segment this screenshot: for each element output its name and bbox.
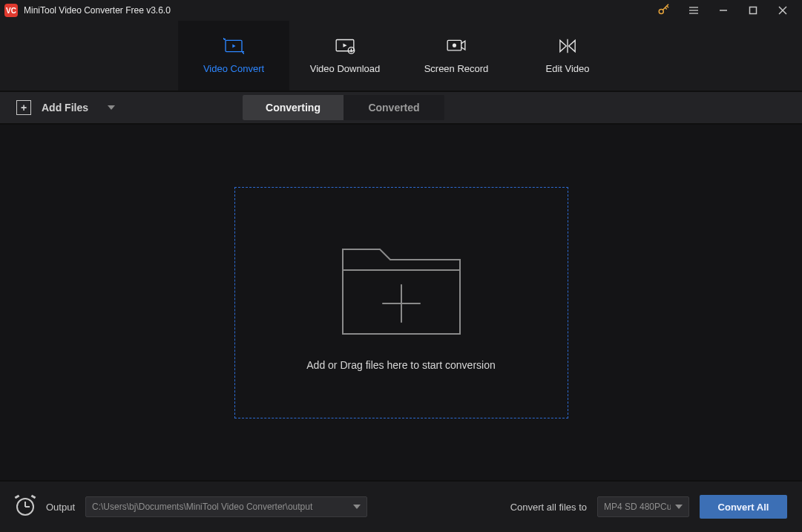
maximize-button[interactable] [738,0,768,21]
svg-marker-11 [343,43,346,47]
folder-add-icon [338,234,464,338]
tab-screen-record[interactable]: Screen Record [401,21,512,91]
menu-icon[interactable] [679,0,709,21]
schedule-icon[interactable] [15,496,36,517]
tab-label: Edit Video [545,63,589,74]
tab-label: Screen Record [424,63,489,74]
toolbar: + Add Files Converting Converted [0,92,802,125]
chevron-down-icon[interactable] [108,105,115,110]
minimize-button[interactable] [709,0,738,21]
format-value: MP4 SD 480PCu [604,502,671,512]
chevron-down-icon [675,505,683,509]
main-nav: Video Convert Video Download Screen Reco… [0,21,802,92]
convert-all-to-label: Convert all files to [510,502,587,513]
status-segment: Converting Converted [243,95,444,120]
convert-all-button[interactable]: Convert All [700,495,787,519]
seg-converting[interactable]: Converting [243,95,344,120]
edit-icon [557,38,578,54]
app-title: MiniTool Video Converter Free v3.6.0 [24,5,171,16]
tab-video-download[interactable]: Video Download [289,21,401,91]
output-label: Output [46,502,75,513]
convert-icon [223,38,244,54]
svg-point-14 [453,43,456,47]
dropzone-hint: Add or Drag files here to start conversi… [306,359,495,371]
add-icon: + [16,100,31,115]
svg-point-0 [659,10,663,14]
titlebar: VC MiniTool Video Converter Free v3.6.0 [0,0,802,21]
add-files-button[interactable]: + Add Files [12,97,119,118]
dropzone[interactable]: Add or Drag files here to start conversi… [234,187,568,418]
chevron-down-icon [353,505,361,509]
record-icon [446,38,467,54]
tab-label: Video Download [310,63,380,74]
key-icon[interactable] [649,0,679,21]
svg-rect-5 [750,7,757,14]
output-path-value: C:\Users\bj\Documents\MiniTool Video Con… [92,502,347,512]
footer: Output C:\Users\bj\Documents\MiniTool Vi… [0,480,802,532]
format-select[interactable]: MP4 SD 480PCu [597,496,689,517]
content-area: Add or Drag files here to start conversi… [0,125,802,480]
download-icon [335,38,355,54]
tab-video-convert[interactable]: Video Convert [178,21,289,91]
close-button[interactable] [768,0,798,21]
add-files-label: Add Files [42,102,88,114]
tab-label: Video Convert [203,63,264,74]
app-logo: VC [4,4,18,17]
output-path-field[interactable]: C:\Users\bj\Documents\MiniTool Video Con… [85,496,367,517]
seg-converted[interactable]: Converted [344,95,444,120]
tab-edit-video[interactable]: Edit Video [512,21,623,91]
svg-marker-9 [232,44,235,47]
